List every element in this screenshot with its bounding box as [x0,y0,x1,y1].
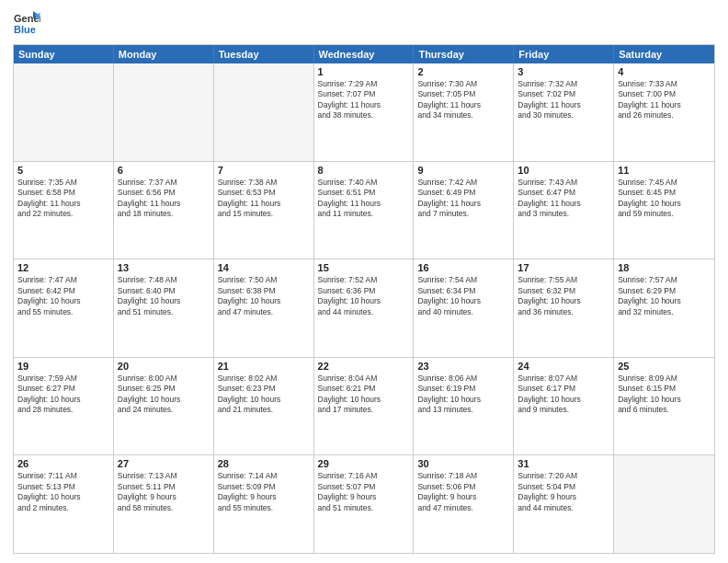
calendar-cell: 19Sunrise: 7:59 AM Sunset: 6:27 PM Dayli… [14,358,114,455]
calendar-cell: 21Sunrise: 8:02 AM Sunset: 6:23 PM Dayli… [214,358,314,455]
calendar-cell: 31Sunrise: 7:20 AM Sunset: 5:04 PM Dayli… [514,455,614,553]
calendar-cell: 18Sunrise: 7:57 AM Sunset: 6:29 PM Dayli… [614,259,714,357]
calendar-header: SundayMondayTuesdayWednesdayThursdayFrid… [14,45,714,63]
day-number: 1 [318,66,410,77]
day-number: 16 [417,262,509,273]
day-info: Sunrise: 7:35 AM Sunset: 6:58 PM Dayligh… [17,178,109,220]
day-info: Sunrise: 7:40 AM Sunset: 6:51 PM Dayligh… [318,178,410,220]
day-number: 5 [17,165,109,176]
day-info: Sunrise: 7:54 AM Sunset: 6:34 PM Dayligh… [417,275,509,317]
day-info: Sunrise: 7:59 AM Sunset: 6:27 PM Dayligh… [17,373,109,416]
day-number: 30 [417,458,509,469]
page: General Blue SundayMondayTuesdayWednesda… [0,0,728,563]
day-number: 7 [218,165,310,176]
day-number: 17 [518,262,609,273]
day-number: 19 [17,361,109,372]
calendar-cell: 4Sunrise: 7:33 AM Sunset: 7:00 PM Daylig… [614,63,714,161]
day-number: 12 [17,262,109,273]
calendar: SundayMondayTuesdayWednesdayThursdayFrid… [13,44,715,554]
day-info: Sunrise: 7:43 AM Sunset: 6:47 PM Dayligh… [518,178,609,220]
weekday-header: Friday [514,45,614,63]
day-number: 8 [318,165,410,176]
logo-icon: General Blue [13,9,40,37]
calendar-cell [214,63,314,161]
day-info: Sunrise: 8:07 AM Sunset: 6:17 PM Dayligh… [518,373,609,416]
day-info: Sunrise: 7:47 AM Sunset: 6:42 PM Dayligh… [17,275,109,317]
day-info: Sunrise: 7:50 AM Sunset: 6:38 PM Dayligh… [218,275,310,317]
calendar-body: 1Sunrise: 7:29 AM Sunset: 7:07 PM Daylig… [14,63,714,553]
calendar-cell: 16Sunrise: 7:54 AM Sunset: 6:34 PM Dayli… [414,259,514,357]
day-info: Sunrise: 7:57 AM Sunset: 6:29 PM Dayligh… [618,275,711,317]
day-number: 21 [218,361,310,372]
day-number: 4 [618,66,711,77]
day-number: 6 [118,165,210,176]
day-info: Sunrise: 7:38 AM Sunset: 6:53 PM Dayligh… [218,178,310,220]
calendar-row: 1Sunrise: 7:29 AM Sunset: 7:07 PM Daylig… [14,63,714,161]
day-info: Sunrise: 7:13 AM Sunset: 5:11 PM Dayligh… [118,471,210,513]
calendar-cell: 30Sunrise: 7:18 AM Sunset: 5:06 PM Dayli… [414,455,514,553]
day-info: Sunrise: 8:09 AM Sunset: 6:15 PM Dayligh… [618,373,711,416]
day-number: 26 [17,458,109,469]
calendar-cell: 27Sunrise: 7:13 AM Sunset: 5:11 PM Dayli… [114,455,214,553]
calendar-cell: 9Sunrise: 7:42 AM Sunset: 6:49 PM Daylig… [414,162,514,259]
day-info: Sunrise: 7:37 AM Sunset: 6:56 PM Dayligh… [118,178,210,220]
calendar-cell [114,63,214,161]
calendar-cell [614,455,714,553]
day-number: 3 [518,66,609,77]
weekday-header: Saturday [614,45,714,63]
calendar-cell [14,63,114,161]
calendar-cell: 25Sunrise: 8:09 AM Sunset: 6:15 PM Dayli… [614,358,714,455]
day-info: Sunrise: 7:42 AM Sunset: 6:49 PM Dayligh… [417,178,509,220]
calendar-cell: 8Sunrise: 7:40 AM Sunset: 6:51 PM Daylig… [314,162,415,259]
day-number: 15 [318,262,410,273]
day-number: 10 [518,165,609,176]
calendar-cell: 11Sunrise: 7:45 AM Sunset: 6:45 PM Dayli… [614,162,714,259]
day-number: 14 [218,262,310,273]
calendar-cell: 24Sunrise: 8:07 AM Sunset: 6:17 PM Dayli… [514,358,614,455]
day-number: 31 [518,458,609,469]
day-info: Sunrise: 8:00 AM Sunset: 6:25 PM Dayligh… [118,373,210,416]
weekday-header: Monday [114,45,214,63]
day-number: 18 [618,262,711,273]
day-number: 25 [618,361,711,372]
day-info: Sunrise: 7:55 AM Sunset: 6:32 PM Dayligh… [518,275,609,317]
calendar-row: 19Sunrise: 7:59 AM Sunset: 6:27 PM Dayli… [14,357,714,455]
day-info: Sunrise: 7:48 AM Sunset: 6:40 PM Dayligh… [118,275,210,317]
day-number: 22 [318,361,410,372]
weekday-header: Thursday [414,45,514,63]
svg-text:Blue: Blue [14,24,36,35]
day-number: 23 [417,361,509,372]
weekday-header: Tuesday [214,45,314,63]
day-info: Sunrise: 7:11 AM Sunset: 5:13 PM Dayligh… [17,471,109,513]
calendar-cell: 17Sunrise: 7:55 AM Sunset: 6:32 PM Dayli… [514,259,614,357]
calendar-cell: 22Sunrise: 8:04 AM Sunset: 6:21 PM Dayli… [314,358,415,455]
logo: General Blue [13,9,40,37]
day-number: 9 [417,165,509,176]
calendar-cell: 14Sunrise: 7:50 AM Sunset: 6:38 PM Dayli… [214,259,314,357]
weekday-header: Wednesday [314,45,415,63]
day-number: 2 [417,66,509,77]
day-info: Sunrise: 7:32 AM Sunset: 7:02 PM Dayligh… [518,79,609,121]
calendar-cell: 26Sunrise: 7:11 AM Sunset: 5:13 PM Dayli… [14,455,114,553]
calendar-row: 5Sunrise: 7:35 AM Sunset: 6:58 PM Daylig… [14,161,714,259]
calendar-cell: 12Sunrise: 7:47 AM Sunset: 6:42 PM Dayli… [14,259,114,357]
calendar-cell: 28Sunrise: 7:14 AM Sunset: 5:09 PM Dayli… [214,455,314,553]
day-number: 13 [118,262,210,273]
day-number: 20 [118,361,210,372]
calendar-cell: 7Sunrise: 7:38 AM Sunset: 6:53 PM Daylig… [214,162,314,259]
calendar-cell: 23Sunrise: 8:06 AM Sunset: 6:19 PM Dayli… [414,358,514,455]
calendar-row: 12Sunrise: 7:47 AM Sunset: 6:42 PM Dayli… [14,259,714,357]
day-info: Sunrise: 7:30 AM Sunset: 7:05 PM Dayligh… [417,79,509,121]
calendar-row: 26Sunrise: 7:11 AM Sunset: 5:13 PM Dayli… [14,454,714,553]
day-info: Sunrise: 7:16 AM Sunset: 5:07 PM Dayligh… [318,471,410,513]
calendar-cell: 20Sunrise: 8:00 AM Sunset: 6:25 PM Dayli… [114,358,214,455]
day-info: Sunrise: 7:33 AM Sunset: 7:00 PM Dayligh… [618,79,711,121]
weekday-header: Sunday [14,45,114,63]
calendar-cell: 5Sunrise: 7:35 AM Sunset: 6:58 PM Daylig… [14,162,114,259]
calendar-cell: 13Sunrise: 7:48 AM Sunset: 6:40 PM Dayli… [114,259,214,357]
day-info: Sunrise: 8:02 AM Sunset: 6:23 PM Dayligh… [218,373,310,416]
calendar-cell: 3Sunrise: 7:32 AM Sunset: 7:02 PM Daylig… [514,63,614,161]
day-info: Sunrise: 7:18 AM Sunset: 5:06 PM Dayligh… [417,471,509,513]
calendar-cell: 1Sunrise: 7:29 AM Sunset: 7:07 PM Daylig… [314,63,415,161]
day-number: 28 [218,458,310,469]
